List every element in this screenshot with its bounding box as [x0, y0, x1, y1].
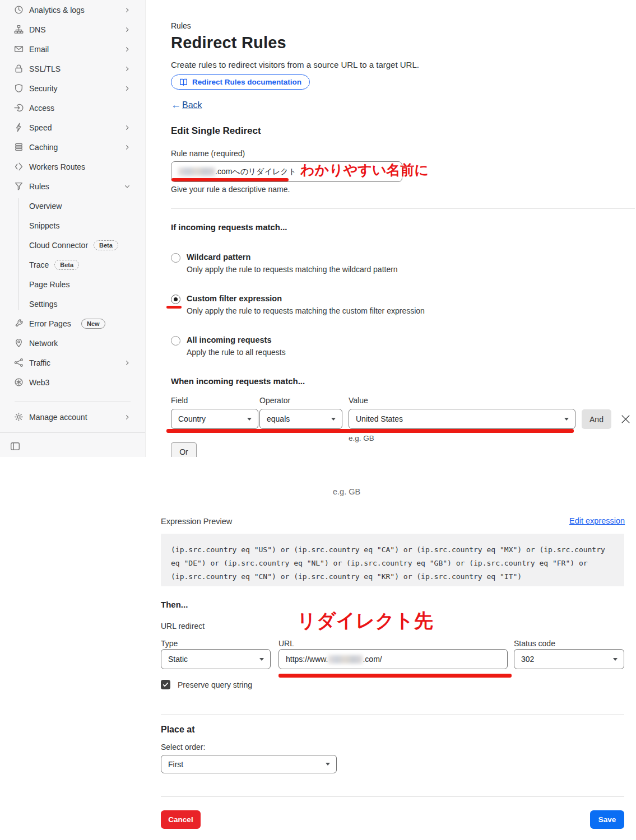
- save-button[interactable]: Save: [590, 810, 624, 829]
- documentation-button[interactable]: Redirect Rules documentation: [171, 74, 310, 90]
- sidebar-item-label: SSL/TLS: [29, 64, 61, 73]
- sidebar-divider: [15, 401, 131, 402]
- sidebar-item-label: Error Pages: [29, 319, 71, 328]
- status-code-value: 302: [521, 655, 534, 664]
- rule-name-value: .comへのリダイレクト: [215, 167, 296, 177]
- order-select[interactable]: First: [161, 755, 337, 773]
- field-select[interactable]: Country: [171, 409, 258, 429]
- operator-select-value: equals: [267, 414, 290, 423]
- beta-badge: Beta: [94, 240, 118, 250]
- sidebar-item-label: Workers Routes: [29, 162, 85, 171]
- breadcrumb: Rules: [171, 21, 191, 30]
- redirect-rules-page: Analytics & logs DNS Email SSL/TLS Secur…: [0, 0, 636, 840]
- sidebar-item-label: Manage account: [29, 413, 87, 422]
- sidebar-item-snippets[interactable]: Snippets: [0, 216, 145, 235]
- annotation-redirect-note: リダイレクト先: [297, 608, 433, 634]
- then-heading: Then...: [161, 600, 188, 609]
- main-content: Rules Redirect Rules Create rules to red…: [146, 0, 636, 457]
- sidebar-item-network[interactable]: Network: [0, 333, 145, 353]
- dns-icon: [14, 25, 24, 34]
- chevron-right-icon: [124, 144, 131, 151]
- sidebar-item-error-pages[interactable]: Error Pages New: [0, 314, 145, 333]
- sidebar-item-label: Web3: [29, 378, 49, 387]
- type-select[interactable]: Static: [161, 649, 271, 669]
- pin-icon: [14, 338, 24, 348]
- chevron-right-icon: [124, 124, 131, 131]
- code-line: (ip.src.country eq "CN") or (ip.src.coun…: [171, 570, 614, 584]
- workers-routes-icon: [14, 162, 24, 171]
- url-redirect-label: URL redirect: [161, 622, 205, 631]
- sidebar-item-label: Rules: [29, 182, 49, 191]
- book-icon: [179, 78, 188, 86]
- sidebar-item-cloud-connector[interactable]: Cloud ConnectorBeta: [0, 235, 145, 255]
- sidebar-item-workers-routes[interactable]: Workers Routes: [0, 157, 145, 176]
- sidebar-item-label: Overview: [29, 202, 62, 211]
- status-code-select[interactable]: 302: [514, 649, 624, 669]
- sidebar-item-speed[interactable]: Speed: [0, 118, 145, 137]
- edit-expression-link[interactable]: Edit expression: [569, 516, 625, 525]
- security-icon: [14, 83, 24, 93]
- back-arrow-icon: ←: [171, 99, 181, 111]
- speed-icon: [14, 123, 24, 132]
- caching-icon: [14, 142, 24, 152]
- sidebar-collapse-button[interactable]: [10, 441, 20, 451]
- operator-select[interactable]: equals: [259, 409, 342, 429]
- radio-label: All incoming requests: [187, 335, 271, 344]
- if-match-heading: If incoming requests match...: [171, 222, 287, 232]
- ssl-tls-icon: [14, 64, 24, 73]
- new-badge: New: [81, 319, 105, 329]
- preserve-query-label: Preserve query string: [178, 680, 252, 689]
- radio-label: Wildcard pattern: [187, 253, 250, 262]
- sidebar-item-analytics-logs[interactable]: Analytics & logs: [0, 0, 145, 20]
- preserve-query-checkbox[interactable]: [161, 680, 170, 689]
- operator-label: Operator: [259, 396, 290, 405]
- sidebar-item-label: Email: [29, 45, 49, 54]
- divider: [171, 208, 635, 209]
- sidebar-item-access[interactable]: Access: [0, 98, 145, 118]
- value-select[interactable]: United States: [349, 409, 575, 429]
- status-code-label: Status code: [514, 639, 555, 648]
- radio-button[interactable]: [171, 336, 180, 346]
- rule-name-label: Rule name (required): [171, 149, 245, 158]
- remove-condition-button[interactable]: [621, 414, 631, 424]
- chevron-down-icon: [124, 183, 131, 190]
- radio-button[interactable]: [171, 253, 180, 263]
- sidebar-item-caching[interactable]: Caching: [0, 137, 145, 157]
- radio-button-selected[interactable]: [171, 295, 180, 304]
- annotation-rule-name-note: わかりやすい名前に: [300, 161, 429, 179]
- and-button[interactable]: And: [582, 409, 611, 429]
- annotation-underline: [171, 178, 289, 181]
- sidebar-item-manage-account[interactable]: Manage account: [0, 407, 145, 427]
- value-select-value: United States: [356, 414, 403, 423]
- sidebar-item-traffic[interactable]: Traffic: [0, 353, 145, 372]
- sidebar-item-label: Speed: [29, 123, 52, 132]
- sidebar-item-trace[interactable]: TraceBeta: [0, 255, 145, 274]
- caret-down-icon: [326, 763, 330, 766]
- place-at-heading: Place at: [161, 725, 194, 735]
- sidebar-item-email[interactable]: Email: [0, 39, 145, 59]
- edit-single-redirect-heading: Edit Single Redirect: [171, 125, 261, 137]
- sidebar-item-overview[interactable]: Overview: [0, 196, 145, 216]
- submenu-rule: [18, 198, 18, 310]
- sidebar-item-web3[interactable]: Web3: [0, 372, 145, 392]
- sidebar-item-page-rules[interactable]: Page Rules: [0, 274, 145, 294]
- chevron-right-icon: [124, 360, 131, 366]
- url-input[interactable]: https://www. .com/: [278, 649, 508, 669]
- sidebar-item-rules[interactable]: Rules: [0, 176, 145, 196]
- chevron-right-icon: [124, 46, 131, 53]
- sidebar-item-security[interactable]: Security: [0, 78, 145, 98]
- sidebar-item-ssl-tls[interactable]: SSL/TLS: [0, 59, 145, 78]
- sidebar-item-dns[interactable]: DNS: [0, 20, 145, 39]
- radio-description: Apply the rule to all requests: [187, 348, 286, 357]
- annotation-radio-mark: [166, 306, 182, 309]
- divider: [161, 714, 624, 715]
- cancel-button[interactable]: Cancel: [161, 810, 201, 829]
- caret-down-icon: [564, 418, 569, 421]
- select-order-label: Select order:: [161, 743, 205, 752]
- chevron-right-icon: [124, 7, 131, 13]
- url-prefix: https://www.: [286, 655, 328, 664]
- sidebar-item-settings[interactable]: Settings: [0, 294, 145, 314]
- back-link[interactable]: ← Back: [171, 99, 202, 111]
- sidebar-item-label: Analytics & logs: [29, 6, 85, 15]
- rule-name-help: Give your rule a descriptive name.: [171, 185, 290, 194]
